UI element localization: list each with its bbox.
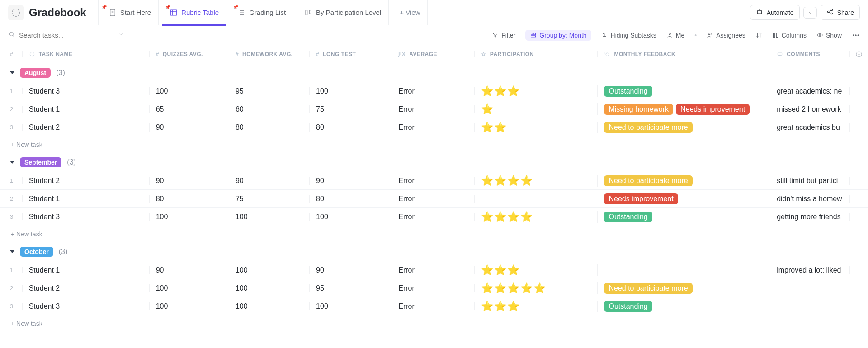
show-button[interactable]: Show	[816, 32, 842, 39]
table-row[interactable]: 1 Student 2 90 90 90 Error ⭐⭐⭐⭐ Need to …	[0, 172, 868, 190]
cell-feedback[interactable]: Outstanding	[598, 212, 770, 222]
cell-longtest[interactable]: 100	[310, 213, 392, 221]
cell-participation[interactable]: ⭐⭐	[475, 122, 598, 133]
table-row[interactable]: 2 Student 1 80 75 80 Error Needs improve…	[0, 190, 868, 208]
cell-average[interactable]: Error	[392, 195, 475, 203]
cell-comments[interactable]: great academics bu	[770, 123, 850, 132]
cell-comments[interactable]: improved a lot; liked	[770, 266, 850, 274]
cell-average[interactable]: Error	[392, 123, 475, 132]
cell-longtest[interactable]: 90	[310, 266, 392, 274]
cell-longtest[interactable]: 100	[310, 87, 392, 95]
cell-longtest[interactable]: 80	[310, 195, 392, 203]
feedback-tag[interactable]: Need to participate more	[604, 283, 692, 294]
cell-homework[interactable]: 95	[229, 87, 310, 95]
table-row[interactable]: 1 Student 1 90 100 90 Error ⭐⭐⭐ improved…	[0, 261, 868, 279]
table-row[interactable]: 2 Student 2 100 100 95 Error ⭐⭐⭐⭐⭐ Need …	[0, 279, 868, 297]
cell-participation[interactable]: ⭐⭐⭐	[475, 264, 598, 276]
cell-homework[interactable]: 100	[229, 266, 310, 274]
automate-dropdown[interactable]	[803, 7, 817, 19]
new-task-button[interactable]: + New task	[0, 315, 868, 332]
group-header[interactable]: September (3)	[0, 153, 868, 172]
cell-comments[interactable]: great academics; ne	[770, 87, 850, 95]
col-quizzes[interactable]: #QUIZZES AVG.	[150, 51, 229, 57]
chevron-down-icon[interactable]	[118, 31, 124, 39]
new-task-button[interactable]: + New task	[0, 136, 868, 153]
table-row[interactable]: 2 Student 1 65 60 75 Error ⭐ Missing hom…	[0, 100, 868, 118]
cell-participation[interactable]: ⭐⭐⭐⭐	[475, 211, 598, 223]
cell-average[interactable]: Error	[392, 177, 475, 185]
cell-quizzes[interactable]: 90	[150, 266, 229, 274]
cell-comments[interactable]: missed 2 homework	[770, 105, 850, 113]
table-row[interactable]: 3 Student 3 100 100 100 Error ⭐⭐⭐ Outsta…	[0, 297, 868, 315]
col-comments[interactable]: COMMENTS	[770, 51, 850, 57]
feedback-tag[interactable]: Needs improvement	[676, 104, 750, 115]
cell-participation[interactable]: ⭐⭐⭐⭐	[475, 175, 598, 187]
cell-quizzes[interactable]: 100	[150, 213, 229, 221]
col-participation[interactable]: ☆PARTICIPATION	[475, 51, 598, 57]
cell-quizzes[interactable]: 65	[150, 105, 229, 113]
cell-name[interactable]: Student 2	[23, 123, 150, 132]
cell-quizzes[interactable]: 100	[150, 284, 229, 292]
cell-homework[interactable]: 100	[229, 302, 310, 310]
add-view-button[interactable]: + View	[392, 0, 428, 25]
cell-average[interactable]: Error	[392, 302, 475, 310]
add-column-button[interactable]	[850, 51, 868, 58]
cell-average[interactable]: Error	[392, 266, 475, 274]
cell-participation[interactable]: ⭐⭐⭐	[475, 301, 598, 312]
feedback-tag[interactable]: Need to participate more	[604, 175, 692, 186]
cell-feedback[interactable]: Need to participate more	[598, 283, 770, 294]
cell-name[interactable]: Student 2	[23, 177, 150, 185]
feedback-tag[interactable]: Outstanding	[604, 86, 652, 97]
workspace-logo[interactable]	[8, 5, 24, 20]
feedback-tag[interactable]: Needs improvement	[604, 193, 678, 204]
tab-start-here[interactable]: 📌 Start Here	[98, 0, 159, 25]
cell-name[interactable]: Student 3	[23, 302, 150, 310]
cell-average[interactable]: Error	[392, 284, 475, 292]
sort-button[interactable]	[755, 32, 762, 38]
cell-average[interactable]: Error	[392, 213, 475, 221]
cell-comments[interactable]: still timid but partici	[770, 177, 850, 185]
feedback-tag[interactable]: Missing homework	[604, 104, 673, 115]
col-long-test[interactable]: #LONG TEST	[310, 51, 392, 57]
cell-homework[interactable]: 90	[229, 177, 310, 185]
cell-homework[interactable]: 100	[229, 213, 310, 221]
cell-comments[interactable]: getting more friends	[770, 213, 850, 221]
feedback-tag[interactable]: Need to participate more	[604, 122, 692, 133]
share-button[interactable]: Share	[821, 5, 860, 20]
automate-button[interactable]: Automate	[750, 5, 800, 20]
search-input[interactable]	[19, 31, 114, 39]
col-homework[interactable]: #HOMEWORK AVG.	[229, 51, 310, 57]
me-button[interactable]: Me	[666, 32, 684, 39]
cell-feedback[interactable]: Outstanding	[598, 301, 770, 312]
cell-name[interactable]: Student 1	[23, 105, 150, 113]
cell-participation[interactable]: ⭐	[475, 103, 598, 115]
group-header[interactable]: October (3)	[0, 242, 868, 261]
cell-longtest[interactable]: 100	[310, 302, 392, 310]
search-box[interactable]	[8, 31, 142, 39]
cell-feedback[interactable]: Missing homework Needs improvement	[598, 104, 770, 115]
filter-button[interactable]: Filter	[492, 32, 515, 39]
cell-longtest[interactable]: 90	[310, 177, 392, 185]
cell-quizzes[interactable]: 80	[150, 195, 229, 203]
cell-feedback[interactable]: Need to participate more	[598, 122, 770, 133]
col-average[interactable]: ƒxAVERAGE	[392, 51, 475, 57]
table-row[interactable]: 1 Student 3 100 95 100 Error ⭐⭐⭐ Outstan…	[0, 82, 868, 100]
cell-name[interactable]: Student 3	[23, 213, 150, 221]
col-feedback[interactable]: MONTHLY FEEDBACK	[598, 51, 770, 57]
feedback-tag[interactable]: Outstanding	[604, 212, 652, 222]
cell-longtest[interactable]: 80	[310, 123, 392, 132]
tab-by-participation[interactable]: By Participation Level	[297, 0, 389, 25]
cell-comments[interactable]: didn't miss a homew	[770, 195, 850, 203]
feedback-tag[interactable]: Outstanding	[604, 301, 652, 312]
col-task-name[interactable]: TASK NAME	[23, 51, 150, 57]
cell-homework[interactable]: 100	[229, 284, 310, 292]
group-header[interactable]: August (3)	[0, 63, 868, 82]
cell-feedback[interactable]: Need to participate more	[598, 175, 770, 186]
cell-participation[interactable]: ⭐⭐⭐⭐⭐	[475, 282, 598, 294]
cell-homework[interactable]: 60	[229, 105, 310, 113]
cell-feedback[interactable]: Needs improvement	[598, 193, 770, 204]
cell-quizzes[interactable]: 100	[150, 87, 229, 95]
cell-longtest[interactable]: 95	[310, 284, 392, 292]
cell-average[interactable]: Error	[392, 105, 475, 113]
cell-name[interactable]: Student 1	[23, 266, 150, 274]
